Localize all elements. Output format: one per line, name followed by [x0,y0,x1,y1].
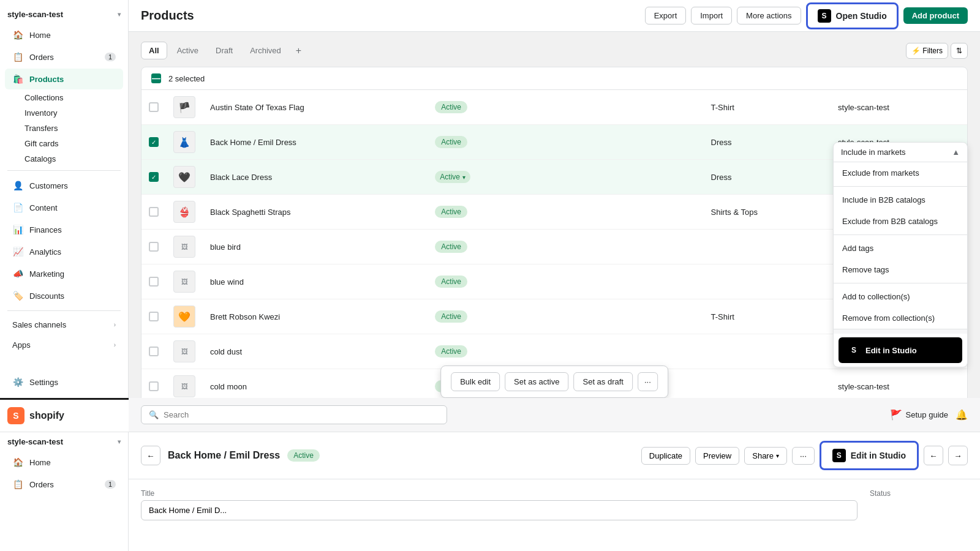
dropdown-item-exclude-markets[interactable]: Exclude from markets [834,162,967,184]
dropdown-item-exclude-b2b[interactable]: Exclude from B2B catalogs [834,211,967,232]
search-input[interactable] [164,410,439,419]
share-button[interactable]: Share ▾ [744,447,787,465]
row-checkbox[interactable]: ✓ [149,172,159,182]
select-all-checkbox[interactable]: — [151,73,161,83]
setup-guide[interactable]: 🚩 Setup guide [890,409,948,421]
edit-in-studio-bottom-button[interactable]: S Edit in Studio [820,441,919,470]
dropdown-item-add-collection[interactable]: Add to collection(s) [834,286,967,307]
sidebar-item-home[interactable]: 🏠 Home [5,24,123,45]
orders-icon: 📋 [12,51,23,62]
bottom-sidebar-home[interactable]: 🏠 Home [5,452,123,473]
main-content: Products Export Import More actions S Op… [129,0,980,398]
apps-expandable[interactable]: Apps › [5,335,123,354]
status-badge-dropdown[interactable]: Active ▾ [435,171,470,183]
sidebar-item-settings[interactable]: ⚙️ Settings [5,372,123,392]
chevron-right-icon-2: › [114,342,116,348]
analytics-icon: 📈 [12,246,23,257]
next-product-button[interactable]: → [948,446,968,465]
set-as-draft-button[interactable]: Set as draft [573,372,632,391]
product-name[interactable]: Black Lace Dress [203,160,428,195]
product-name[interactable]: blue wind [203,264,428,299]
sidebar-item-catalogs[interactable]: Catalogs [24,151,128,167]
product-name[interactable]: Brett Robson Kwezi [203,299,428,334]
export-button[interactable]: Export [645,7,687,24]
studio-icon-dropdown: S [847,343,861,357]
sidebar-item-marketing[interactable]: 📣 Marketing [5,263,123,284]
sidebar-item-discounts[interactable]: 🏷️ Discounts [5,285,123,306]
preview-button[interactable]: Preview [695,447,739,465]
product-name[interactable]: cold dust [203,334,428,369]
product-name[interactable]: Austin State Of Texas Flag [203,90,428,125]
selected-count: 2 selected [168,74,205,83]
store-selector[interactable]: style-scan-test ▾ [0,5,128,24]
more-actions-detail-button[interactable]: ··· [792,447,815,465]
back-button[interactable]: ← [141,446,160,465]
prev-product-button[interactable]: ← [924,446,943,465]
sidebar-item-inventory[interactable]: Inventory [24,105,128,121]
product-name[interactable]: cold moon [203,369,428,399]
detail-header: ← Back Home / Emil Dress Active Duplicat… [129,432,980,479]
dropdown-item-remove-tags[interactable]: Remove tags [834,259,967,280]
filter-button[interactable]: ⚡ Filters [906,43,948,59]
row-checkbox[interactable] [149,347,159,356]
sidebar-item-finances[interactable]: 📊 Finances [5,219,123,240]
row-checkbox[interactable] [149,207,159,217]
search-bar: 🔍 🚩 Setup guide 🔔 [129,398,980,432]
sidebar-item-content[interactable]: 📄 Content [5,197,123,218]
product-name[interactable]: Back Home / Emil Dress [203,125,428,160]
bulk-more-button[interactable]: ··· [638,372,658,391]
product-name[interactable]: blue bird [203,230,428,264]
dropdown-close-icon[interactable]: ▲ [952,148,960,157]
product-type [704,334,831,369]
sidebar-item-label: Analytics [29,247,61,257]
bottom-store-selector[interactable]: style-scan-test ▾ [0,432,128,451]
sidebar-item-gift-cards[interactable]: Gift cards [24,136,128,151]
dropdown-arrow-icon: ▾ [462,174,466,181]
table-row[interactable]: 🏴 Austin State Of Texas Flag Active T-Sh… [141,90,967,125]
sidebar-item-transfers[interactable]: Transfers [24,121,128,136]
inventory-info [531,334,703,369]
tab-draft[interactable]: Draft [208,42,240,59]
bottom-sidebar-orders[interactable]: 📋 Orders 1 [5,474,123,495]
detail-left: Title [141,489,858,520]
more-actions-button[interactable]: More actions [737,7,801,24]
duplicate-button[interactable]: Duplicate [641,447,690,465]
notification-bell-icon[interactable]: 🔔 [956,409,968,421]
sales-channels-expandable[interactable]: Sales channels › [5,315,123,334]
dropdown-first-item: Include in markets [841,148,906,157]
sidebar-item-collections[interactable]: Collections [24,90,128,105]
row-checkbox[interactable]: ✓ [149,137,159,147]
set-as-active-button[interactable]: Set as active [505,372,568,391]
tab-all[interactable]: All [141,42,167,59]
import-button[interactable]: Import [691,7,732,24]
row-checkbox[interactable] [149,277,159,287]
dropdown-item-remove-collection[interactable]: Remove from collection(s) [834,307,967,329]
row-checkbox[interactable] [149,381,159,391]
inventory-info [531,90,703,125]
share-chevron-icon: ▾ [776,452,779,459]
edit-in-studio-dropdown-button[interactable]: S Edit in Studio [839,337,962,363]
detail-status-badge: Active [287,449,320,462]
sidebar-item-products[interactable]: 🛍️ Products [5,69,123,89]
bulk-edit-button[interactable]: Bulk edit [451,372,500,391]
bulk-edit-bar: Bulk edit Set as active Set as draft ··· [440,365,668,398]
sort-button[interactable]: ⇅ [951,43,968,59]
sidebar-item-analytics[interactable]: 📈 Analytics [5,241,123,262]
tab-active[interactable]: Active [170,42,206,59]
product-thumb: 🖤 [173,166,195,188]
add-product-button[interactable]: Add product [903,7,968,24]
row-checkbox[interactable] [149,102,159,112]
sidebar-item-customers[interactable]: 👤 Customers [5,175,123,196]
row-checkbox[interactable] [149,242,159,252]
dropdown-item-add-tags[interactable]: Add tags [834,238,967,259]
dropdown-item-include-b2b[interactable]: Include in B2B catalogs [834,189,967,211]
shopify-icon-letter: S [13,411,18,421]
sidebar-item-orders[interactable]: 📋 Orders 1 [5,47,123,67]
title-field-input[interactable] [141,500,858,520]
top-bar-actions: Export Import More actions S Open Studio… [645,2,968,29]
tab-archived[interactable]: Archived [243,42,288,59]
tab-add-button[interactable]: + [291,43,306,59]
product-name[interactable]: Black Spaghetti Straps [203,195,428,230]
open-studio-button[interactable]: S Open Studio [806,2,899,29]
row-checkbox[interactable] [149,312,159,321]
